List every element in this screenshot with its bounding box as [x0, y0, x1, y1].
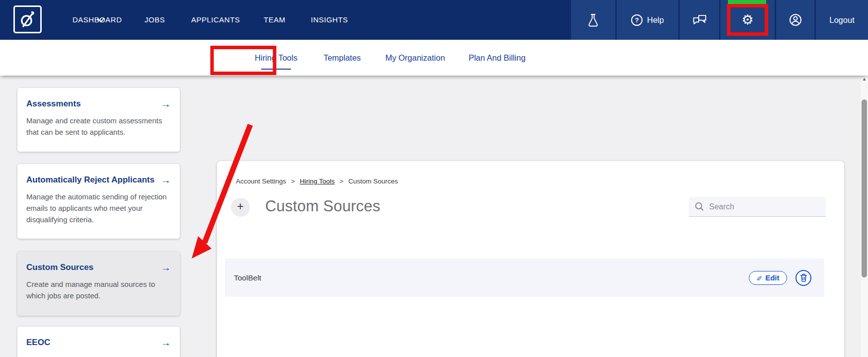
custom-source-row: ToolBelt ✎ Edit — [225, 259, 824, 297]
card-description: Create and manage manual sources to whic… — [26, 278, 171, 301]
user-circle-icon — [789, 13, 802, 27]
settings-tab-bar: Hiring Tools Templates My Organization P… — [0, 40, 868, 76]
tab-plan-and-billing[interactable]: Plan And Billing — [469, 40, 526, 76]
pencil-icon: ✎ — [756, 274, 762, 282]
breadcrumb-custom-sources: Custom Sources — [348, 178, 398, 185]
edit-button[interactable]: ✎ Edit — [749, 271, 787, 285]
arrow-right-icon: → — [161, 263, 171, 272]
gear-icon: ⚙ — [741, 13, 753, 27]
source-name: ToolBelt — [234, 273, 261, 282]
account-button[interactable] — [776, 0, 814, 40]
scrollbar-thumb[interactable] — [862, 99, 867, 277]
delete-button[interactable] — [796, 270, 811, 286]
active-tab-underline — [261, 69, 291, 70]
chat-bubbles-icon — [692, 14, 707, 26]
card-title: Automatically Reject Applicants — [26, 175, 154, 185]
settings-button[interactable]: ⚙ — [721, 0, 775, 40]
page-title: Custom Sources — [265, 197, 380, 215]
card-description: Manage and create custom assessments tha… — [26, 115, 171, 138]
card-description: Manage the automatic sending of rejectio… — [26, 191, 171, 225]
vertical-scrollbar: ▲ — [861, 76, 868, 357]
annotation-green-bar — [728, 0, 766, 4]
tab-hiring-tools[interactable]: Hiring Tools — [255, 40, 297, 76]
arrow-right-icon: → — [161, 338, 171, 348]
flask-icon — [587, 13, 599, 27]
add-custom-source-button[interactable]: + — [231, 198, 250, 217]
breadcrumb-account-settings: Account Settings — [236, 178, 286, 185]
scrollbar-up-arrow[interactable]: ▲ — [861, 77, 868, 82]
card-title: EEOC — [26, 338, 50, 348]
trash-icon — [800, 273, 807, 282]
sidebar-card-auto-reject[interactable]: Automatically Reject Applicants → Manage… — [17, 164, 180, 239]
search-input[interactable] — [709, 202, 808, 211]
messages-button[interactable] — [680, 0, 719, 40]
nav-item-team[interactable]: TEAM — [264, 0, 286, 40]
logout-button[interactable]: Logout — [816, 0, 868, 40]
breadcrumb-separator: > — [291, 178, 295, 185]
top-navbar: DASHBOARD JOBS APPLICANTS TEAM INSIGHTS … — [0, 0, 868, 40]
sidebar-card-assessments[interactable]: Assessments → Manage and create custom a… — [17, 88, 180, 152]
logout-label: Logout — [829, 15, 854, 25]
tab-templates[interactable]: Templates — [323, 40, 361, 76]
pen-logo-icon — [17, 9, 38, 30]
breadcrumb: Account Settings > Hiring Tools > Custom… — [236, 178, 398, 185]
tab-my-organization[interactable]: My Organization — [385, 40, 445, 76]
lab-features-button[interactable] — [571, 0, 615, 40]
nav-item-dashboard[interactable]: DASHBOARD — [72, 0, 122, 40]
search-icon — [695, 202, 704, 211]
search-box — [689, 197, 826, 217]
page-background: Account Settings > Hiring Tools > Custom… — [0, 76, 868, 357]
arrow-right-icon: → — [161, 99, 171, 109]
card-title: Custom Sources — [26, 263, 93, 272]
card-title: Assessments — [26, 99, 81, 109]
question-circle-icon: ? — [631, 14, 643, 26]
help-label: Help — [647, 15, 664, 25]
sidebar-card-custom-sources[interactable]: Custom Sources → Create and manage manua… — [17, 252, 180, 316]
arrow-right-icon: → — [161, 175, 171, 185]
nav-item-jobs[interactable]: JOBS — [145, 0, 165, 40]
help-button[interactable]: ? Help — [617, 0, 678, 40]
edit-button-label: Edit — [765, 273, 779, 282]
breadcrumb-separator: > — [340, 178, 344, 185]
breadcrumb-hiring-tools-link[interactable]: Hiring Tools — [300, 178, 335, 185]
nav-item-applicants[interactable]: APPLICANTS — [191, 0, 240, 40]
main-panel: Account Settings > Hiring Tools > Custom… — [217, 161, 844, 357]
nav-item-insights[interactable]: INSIGHTS — [311, 0, 348, 40]
sidebar-card-eeoc[interactable]: EEOC → — [17, 327, 180, 357]
app-logo[interactable] — [13, 5, 42, 33]
